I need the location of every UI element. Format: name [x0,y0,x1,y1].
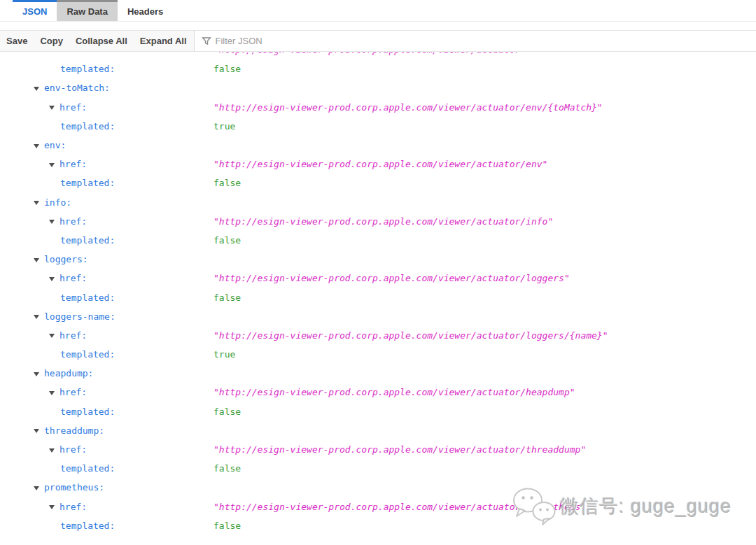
property-name-href[interactable]: href: [59,273,87,283]
property-name-templated[interactable]: templated: [60,521,115,531]
expand-arrow-icon[interactable] [34,486,39,490]
templated-value: false [214,64,241,74]
expand-arrow-icon[interactable] [34,201,39,205]
property-name[interactable]: env: [44,140,66,150]
href-row: href: "http://esign-viewer-prod.corp.app… [0,269,756,288]
tab-json[interactable]: JSON [13,0,57,21]
expand-arrow-icon[interactable] [34,258,39,262]
expand-arrow-icon[interactable] [49,448,55,453]
templated-value: false [214,235,241,246]
node-row: prometheus: [0,478,756,497]
expand-all-button[interactable]: Expand All [140,36,187,46]
templated-row: templated: false [0,59,756,78]
templated-row: templated: false [0,516,756,535]
href-row: href: "http://esign-viewer-prod.corp.app… [0,155,756,174]
copy-button[interactable]: Copy [40,36,63,46]
href-row: href: "http://esign-viewer-prod.corp.app… [0,497,756,516]
href-row: href: "http://esign-viewer-prod.corp.app… [0,383,756,402]
property-name-href[interactable]: href: [59,159,87,169]
templated-row: templated: false [0,459,756,478]
expand-arrow-icon[interactable] [49,334,55,338]
expand-arrow-icon[interactable] [34,144,39,148]
filter-funnel-icon [202,36,211,46]
property-name-templated[interactable]: templated: [60,292,115,303]
property-name-templated[interactable]: templated: [60,178,115,188]
expand-arrow-icon[interactable] [34,429,39,433]
property-name-templated[interactable]: templated: [60,235,115,246]
templated-value: true [214,121,235,132]
node-row: loggers-name: [0,307,756,326]
templated-row: templated: true [0,117,756,136]
json-tree: "http://esign-viewer-prod.corp.apple.com… [0,52,756,545]
expand-arrow-icon[interactable] [49,163,55,167]
expand-arrow-icon[interactable] [34,372,39,376]
expand-arrow-icon[interactable] [34,87,39,91]
expand-arrow-icon[interactable] [49,220,55,224]
collapse-all-button[interactable]: Collapse All [76,36,127,46]
property-name-href[interactable]: href: [59,102,87,113]
filter-json-placeholder: Filter JSON [216,36,262,46]
href-value: "http://esign-viewer-prod.corp.apple.com… [214,330,608,341]
clipped-href-value: "http://esign-viewer-prod.corp.apple.com… [214,52,526,55]
templated-value: false [214,178,241,188]
href-value: "http://esign-viewer-prod.corp.apple.com… [214,444,586,455]
href-value: "http://esign-viewer-prod.corp.apple.com… [214,102,603,113]
property-name-href[interactable]: href: [59,387,87,397]
node-row: info: [0,193,756,212]
property-name-templated[interactable]: templated: [60,406,115,417]
templated-value: false [214,521,241,531]
property-name[interactable]: prometheus: [44,482,104,493]
href-value: "http://esign-viewer-prod.corp.apple.com… [214,387,575,397]
href-value: "http://esign-viewer-prod.corp.apple.com… [214,216,553,227]
node-row: threaddump: [0,421,756,440]
filter-json-input[interactable]: Filter JSON [195,31,756,51]
templated-row: templated: false [0,288,756,306]
expand-arrow-icon[interactable] [34,315,39,319]
expand-arrow-icon[interactable] [49,505,55,509]
property-name[interactable]: loggers-name: [44,311,115,322]
href-row: href: "http://esign-viewer-prod.corp.app… [0,212,756,231]
property-name-templated[interactable]: templated: [60,121,115,132]
templated-row: templated: false [0,402,756,421]
json-toolbar: Save Copy Collapse All Expand All Filter… [0,30,756,52]
property-name[interactable]: info: [44,197,71,208]
property-name[interactable]: heapdump: [44,368,93,378]
clipped-href-row: "http://esign-viewer-prod.corp.apple.com… [0,52,756,59]
templated-value: false [214,463,241,474]
viewer-tabbar: JSON Raw Data Headers [0,0,756,22]
tab-headers[interactable]: Headers [118,0,173,21]
expand-arrow-icon[interactable] [49,277,55,281]
node-row: env-toMatch: [0,78,756,97]
href-value: "http://esign-viewer-prod.corp.apple.com… [214,273,570,283]
templated-value: false [214,406,241,417]
property-name-templated[interactable]: templated: [60,463,115,474]
property-name-href[interactable]: href: [59,444,87,455]
property-name[interactable]: threaddump: [44,425,104,436]
templated-row: templated: false [0,231,756,250]
expand-arrow-icon[interactable] [49,106,55,110]
property-name-href[interactable]: href: [59,216,87,227]
expand-arrow-icon[interactable] [49,391,55,395]
property-name[interactable]: loggers: [44,254,88,264]
property-name-href[interactable]: href: [59,330,87,341]
node-row: heapdump: [0,364,756,383]
href-row: href: "http://esign-viewer-prod.corp.app… [0,326,756,345]
tab-raw-data[interactable]: Raw Data [57,0,118,21]
templated-row: templated: true [0,345,756,364]
property-name-href[interactable]: href: [59,502,87,512]
href-value: "http://esign-viewer-prod.corp.apple.com… [214,159,547,169]
node-row: loggers: [0,250,756,269]
property-name-templated[interactable]: templated: [60,64,115,74]
property-name[interactable]: env-toMatch: [44,83,110,93]
property-name-templated[interactable]: templated: [60,349,115,360]
templated-value: true [214,349,235,360]
templated-value: false [214,292,241,303]
href-row: href: "http://esign-viewer-prod.corp.app… [0,98,756,117]
templated-row: templated: false [0,174,756,192]
href-value: "http://esign-viewer-prod.corp.apple.com… [214,502,586,512]
href-row: href: "http://esign-viewer-prod.corp.app… [0,440,756,459]
save-button[interactable]: Save [6,36,27,46]
node-row: env: [0,136,756,155]
